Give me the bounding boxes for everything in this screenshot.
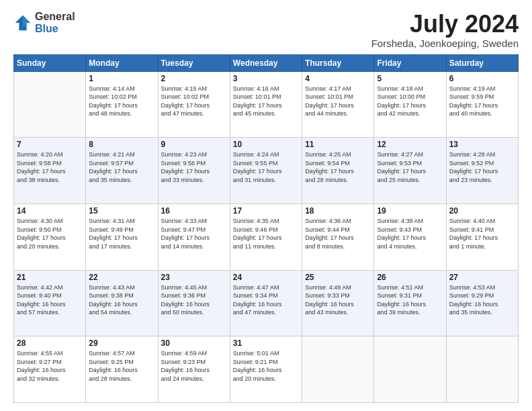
- table-row: 5Sunrise: 4:18 AM Sunset: 10:00 PM Dayli…: [374, 71, 446, 138]
- day-number: 6: [449, 74, 515, 83]
- day-number: 4: [305, 74, 371, 83]
- day-number: 29: [89, 338, 154, 348]
- table-row: 6Sunrise: 4:19 AM Sunset: 9:59 PM Daylig…: [446, 71, 518, 138]
- week-row-2: 7Sunrise: 4:20 AM Sunset: 9:58 PM Daylig…: [14, 138, 519, 204]
- day-info: Sunrise: 4:38 AM Sunset: 9:43 PM Dayligh…: [377, 217, 443, 250]
- day-number: 21: [17, 273, 83, 282]
- day-info: Sunrise: 4:57 AM Sunset: 9:25 PM Dayligh…: [89, 349, 154, 383]
- table-row: [374, 336, 446, 403]
- header: General Blue July 2024 Forsheda, Joenkoe…: [13, 11, 519, 49]
- table-row: 2Sunrise: 4:15 AM Sunset: 10:02 PM Dayli…: [158, 71, 230, 138]
- day-number: 20: [449, 206, 515, 216]
- day-info: Sunrise: 4:18 AM Sunset: 10:00 PM Daylig…: [377, 85, 443, 118]
- day-number: 14: [17, 206, 83, 216]
- day-info: Sunrise: 4:19 AM Sunset: 9:59 PM Dayligh…: [449, 85, 515, 118]
- header-saturday: Saturday: [446, 54, 518, 71]
- day-number: 28: [17, 338, 83, 348]
- day-number: 8: [89, 140, 154, 149]
- day-number: 1: [89, 74, 154, 83]
- day-info: Sunrise: 4:35 AM Sunset: 9:46 PM Dayligh…: [233, 217, 299, 250]
- day-info: Sunrise: 4:16 AM Sunset: 10:01 PM Daylig…: [233, 85, 299, 118]
- day-info: Sunrise: 4:24 AM Sunset: 9:55 PM Dayligh…: [233, 150, 299, 184]
- day-info: Sunrise: 4:49 AM Sunset: 9:33 PM Dayligh…: [305, 283, 371, 317]
- day-number: 7: [17, 140, 83, 149]
- day-number: 30: [161, 338, 227, 348]
- table-row: 22Sunrise: 4:43 AM Sunset: 9:38 PM Dayli…: [86, 270, 158, 336]
- header-thursday: Thursday: [302, 54, 374, 71]
- logo: General Blue: [13, 11, 75, 34]
- logo-general-text: General: [35, 11, 75, 23]
- weekday-header-row: Sunday Monday Tuesday Wednesday Thursday…: [14, 54, 519, 71]
- day-info: Sunrise: 4:51 AM Sunset: 9:31 PM Dayligh…: [377, 283, 443, 317]
- logo-text: General Blue: [35, 11, 75, 34]
- title-block: July 2024 Forsheda, Joenkoeping, Sweden: [371, 11, 519, 49]
- day-number: 11: [305, 140, 371, 149]
- table-row: 26Sunrise: 4:51 AM Sunset: 9:31 PM Dayli…: [374, 270, 446, 336]
- table-row: 17Sunrise: 4:35 AM Sunset: 9:46 PM Dayli…: [230, 203, 302, 270]
- day-number: 16: [161, 206, 227, 216]
- table-row: 7Sunrise: 4:20 AM Sunset: 9:58 PM Daylig…: [14, 138, 86, 204]
- table-row: 29Sunrise: 4:57 AM Sunset: 9:25 PM Dayli…: [86, 336, 158, 403]
- week-row-5: 28Sunrise: 4:55 AM Sunset: 9:27 PM Dayli…: [14, 336, 519, 403]
- day-info: Sunrise: 4:55 AM Sunset: 9:27 PM Dayligh…: [17, 349, 83, 383]
- day-info: Sunrise: 5:01 AM Sunset: 9:21 PM Dayligh…: [233, 349, 299, 383]
- table-row: 20Sunrise: 4:40 AM Sunset: 9:41 PM Dayli…: [446, 203, 518, 270]
- table-row: [446, 336, 518, 403]
- day-info: Sunrise: 4:30 AM Sunset: 9:50 PM Dayligh…: [17, 217, 83, 250]
- day-info: Sunrise: 4:20 AM Sunset: 9:58 PM Dayligh…: [17, 150, 83, 184]
- day-number: 17: [233, 206, 299, 216]
- table-row: 21Sunrise: 4:42 AM Sunset: 9:40 PM Dayli…: [14, 270, 86, 336]
- table-row: 19Sunrise: 4:38 AM Sunset: 9:43 PM Dayli…: [374, 203, 446, 270]
- day-info: Sunrise: 4:17 AM Sunset: 10:01 PM Daylig…: [305, 85, 371, 118]
- day-info: Sunrise: 4:31 AM Sunset: 9:49 PM Dayligh…: [89, 217, 154, 250]
- day-info: Sunrise: 4:59 AM Sunset: 9:23 PM Dayligh…: [161, 349, 227, 383]
- table-row: 18Sunrise: 4:36 AM Sunset: 9:44 PM Dayli…: [302, 203, 374, 270]
- table-row: 10Sunrise: 4:24 AM Sunset: 9:55 PM Dayli…: [230, 138, 302, 204]
- day-number: 3: [233, 74, 299, 83]
- day-info: Sunrise: 4:47 AM Sunset: 9:34 PM Dayligh…: [233, 283, 299, 317]
- day-number: 25: [305, 273, 371, 282]
- day-info: Sunrise: 4:14 AM Sunset: 10:02 PM Daylig…: [89, 85, 154, 118]
- table-row: 25Sunrise: 4:49 AM Sunset: 9:33 PM Dayli…: [302, 270, 374, 336]
- table-row: 8Sunrise: 4:21 AM Sunset: 9:57 PM Daylig…: [86, 138, 158, 204]
- table-row: 24Sunrise: 4:47 AM Sunset: 9:34 PM Dayli…: [230, 270, 302, 336]
- day-number: 26: [377, 273, 443, 282]
- day-info: Sunrise: 4:45 AM Sunset: 9:36 PM Dayligh…: [161, 283, 227, 317]
- header-sunday: Sunday: [14, 54, 86, 71]
- table-row: [302, 336, 374, 403]
- day-info: Sunrise: 4:36 AM Sunset: 9:44 PM Dayligh…: [305, 217, 371, 250]
- table-row: [14, 71, 86, 138]
- month-title: July 2024: [371, 11, 519, 38]
- day-info: Sunrise: 4:21 AM Sunset: 9:57 PM Dayligh…: [89, 150, 154, 184]
- day-number: 5: [377, 74, 443, 83]
- table-row: 16Sunrise: 4:33 AM Sunset: 9:47 PM Dayli…: [158, 203, 230, 270]
- day-number: 31: [233, 338, 299, 348]
- logo-icon: [13, 13, 32, 32]
- location: Forsheda, Joenkoeping, Sweden: [371, 38, 519, 49]
- header-monday: Monday: [86, 54, 158, 71]
- header-wednesday: Wednesday: [230, 54, 302, 71]
- day-number: 19: [377, 206, 443, 216]
- day-number: 27: [449, 273, 515, 282]
- day-number: 24: [233, 273, 299, 282]
- day-number: 15: [89, 206, 154, 216]
- header-friday: Friday: [374, 54, 446, 71]
- table-row: 3Sunrise: 4:16 AM Sunset: 10:01 PM Dayli…: [230, 71, 302, 138]
- table-row: 9Sunrise: 4:23 AM Sunset: 9:56 PM Daylig…: [158, 138, 230, 204]
- calendar-page: General Blue July 2024 Forsheda, Joenkoe…: [0, 0, 532, 411]
- day-number: 22: [89, 273, 154, 282]
- day-info: Sunrise: 4:25 AM Sunset: 9:54 PM Dayligh…: [305, 150, 371, 184]
- day-number: 18: [305, 206, 371, 216]
- day-info: Sunrise: 4:27 AM Sunset: 9:53 PM Dayligh…: [377, 150, 443, 184]
- svg-marker-1: [23, 15, 30, 26]
- day-number: 9: [161, 140, 227, 149]
- table-row: 1Sunrise: 4:14 AM Sunset: 10:02 PM Dayli…: [86, 71, 158, 138]
- table-row: 13Sunrise: 4:28 AM Sunset: 9:52 PM Dayli…: [446, 138, 518, 204]
- table-row: 15Sunrise: 4:31 AM Sunset: 9:49 PM Dayli…: [86, 203, 158, 270]
- day-info: Sunrise: 4:43 AM Sunset: 9:38 PM Dayligh…: [89, 283, 154, 317]
- table-row: 12Sunrise: 4:27 AM Sunset: 9:53 PM Dayli…: [374, 138, 446, 204]
- table-row: 23Sunrise: 4:45 AM Sunset: 9:36 PM Dayli…: [158, 270, 230, 336]
- calendar-table: Sunday Monday Tuesday Wednesday Thursday…: [13, 54, 519, 403]
- table-row: 14Sunrise: 4:30 AM Sunset: 9:50 PM Dayli…: [14, 203, 86, 270]
- table-row: 11Sunrise: 4:25 AM Sunset: 9:54 PM Dayli…: [302, 138, 374, 204]
